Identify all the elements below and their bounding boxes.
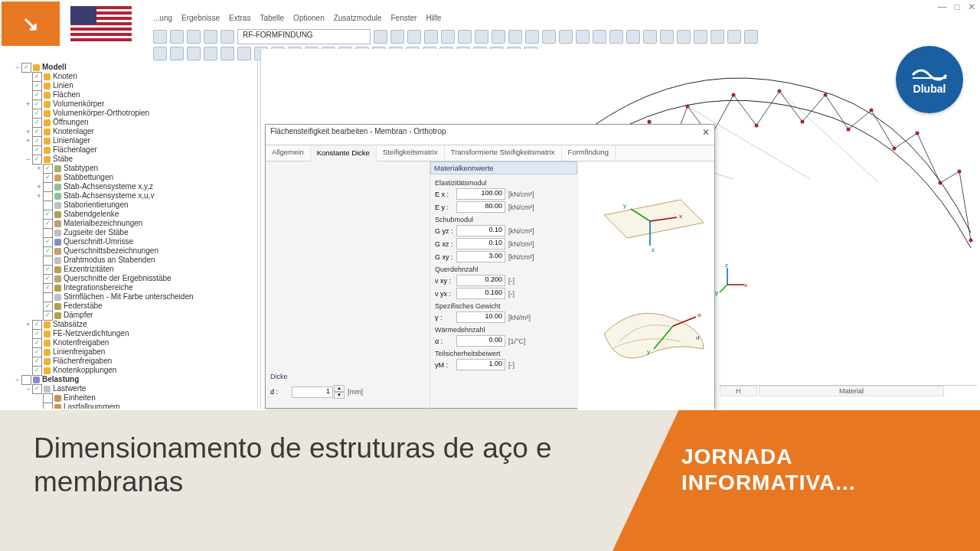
tree-row[interactable]: ✓Querschnitte der Ergebnisstäbe bbox=[6, 274, 256, 283]
toolbar-icon[interactable] bbox=[220, 30, 234, 44]
tree-twisty-icon[interactable]: + bbox=[24, 320, 32, 329]
tree-row[interactable]: ✓FE-Netzverdichtungen bbox=[6, 329, 256, 338]
tree-row[interactable]: ✓Dämpfer bbox=[6, 311, 256, 320]
toolbar-icon[interactable] bbox=[508, 30, 522, 44]
toolbar-icon[interactable] bbox=[744, 30, 758, 44]
toolbar-icon[interactable] bbox=[458, 30, 472, 44]
toolbar-icon[interactable] bbox=[626, 30, 640, 44]
tree-row[interactable]: ✓Flächenfreigaben bbox=[6, 357, 256, 366]
gxy-input[interactable]: 3.00 bbox=[456, 251, 505, 262]
menu-item[interactable]: Extras bbox=[229, 14, 250, 26]
toolbar-icon[interactable] bbox=[390, 30, 404, 44]
tree-row[interactable]: Drahtmodus an Stabenden bbox=[6, 256, 256, 265]
toolbar-icon[interactable] bbox=[559, 30, 573, 44]
toolbar-icon[interactable] bbox=[576, 30, 590, 44]
gamma-input[interactable]: 10.00 bbox=[456, 311, 505, 323]
tab-konstante-dicke[interactable]: Konstante Dicke bbox=[311, 146, 377, 161]
module-selector[interactable]: RF-FORMFINDUNG bbox=[237, 29, 371, 44]
tree-row[interactable]: Staborientierungen bbox=[6, 201, 256, 210]
tree-row[interactable]: −✓Lastwerte bbox=[6, 384, 256, 393]
tab-transformierte-steifigkeitsmatrix[interactable]: Transformierte Steifigkeitsmatrix bbox=[445, 145, 562, 161]
toolbar-icon[interactable] bbox=[237, 47, 251, 60]
tree-twisty-icon[interactable]: + bbox=[35, 191, 43, 201]
tree-checkbox[interactable]: ✓ bbox=[43, 311, 53, 321]
menu-item[interactable]: Fenster bbox=[391, 14, 417, 26]
menu-item[interactable]: Zusatzmodule bbox=[334, 14, 382, 26]
tree-row[interactable]: Zugseite der Stäbe bbox=[6, 228, 256, 237]
toolbar-icon[interactable] bbox=[593, 30, 606, 44]
tree-twisty-icon[interactable]: + bbox=[24, 136, 32, 145]
toolbar-icon[interactable] bbox=[492, 30, 505, 44]
tab-allgemein[interactable]: Allgemein bbox=[266, 145, 311, 161]
toolbar-icon[interactable] bbox=[407, 30, 421, 44]
tree-row[interactable]: −Belastung bbox=[6, 375, 256, 384]
tree-row[interactable]: +Stab-Achsensysteme x,u,v bbox=[6, 191, 256, 201]
toolbar-icon[interactable] bbox=[694, 30, 707, 44]
menu-item[interactable]: Ergebnisse bbox=[181, 14, 220, 26]
toolbar-icon[interactable] bbox=[204, 47, 217, 60]
ex-input[interactable]: 100.00 bbox=[456, 188, 505, 200]
tree-row[interactable]: −✓Stäbe bbox=[6, 155, 256, 164]
tree-row[interactable]: ✓Integrationsbereiche bbox=[6, 283, 256, 292]
tree-row[interactable]: ✓Stabbettungen bbox=[6, 173, 256, 182]
d-input[interactable]: 1 bbox=[292, 386, 333, 398]
tree-row[interactable]: Einheiten bbox=[6, 393, 256, 403]
tab-formfindung[interactable]: Formfindung bbox=[562, 145, 616, 161]
tree-checkbox[interactable]: ✓ bbox=[32, 366, 42, 376]
menu-item[interactable]: Optionen bbox=[293, 14, 325, 26]
tree-row[interactable]: ✓Querschnitt-Umrisse bbox=[6, 237, 256, 246]
toolbar-icon[interactable] bbox=[542, 30, 556, 44]
tree-checkbox[interactable]: ✓ bbox=[32, 384, 42, 394]
tree-twisty-icon[interactable]: + bbox=[35, 182, 43, 191]
vyx-input[interactable]: 0.160 bbox=[456, 288, 505, 299]
col-material[interactable]: Material bbox=[759, 386, 944, 396]
gxz-input[interactable]: 0.10 bbox=[456, 238, 505, 249]
tree-row[interactable]: +Stab-Achsensysteme x,y,z bbox=[6, 182, 256, 191]
gamma-m-input[interactable]: 1.00 bbox=[456, 359, 505, 370]
tree-row[interactable]: ✓Exzentrizitäten bbox=[6, 265, 256, 274]
tree-row[interactable]: ✓Knotenkopplungen bbox=[6, 366, 256, 375]
spinner-up-icon[interactable]: ▲ bbox=[334, 385, 345, 392]
tree-row[interactable]: Lastfallnummern bbox=[6, 403, 256, 409]
tree-row[interactable]: +✓Stabsätze bbox=[6, 320, 256, 329]
tree-row[interactable]: +✓Linienlager bbox=[6, 136, 256, 145]
toolbar-icon[interactable] bbox=[660, 30, 674, 44]
toolbar-icon[interactable] bbox=[153, 47, 167, 60]
tree-checkbox[interactable]: ✓ bbox=[32, 155, 42, 165]
dialog-close-icon[interactable]: ✕ bbox=[702, 127, 710, 142]
toolbar-icon[interactable] bbox=[187, 30, 201, 44]
toolbar-icon[interactable] bbox=[727, 30, 741, 44]
tree-row[interactable]: +✓Stabtypen bbox=[6, 164, 256, 173]
toolbar-icon[interactable] bbox=[643, 30, 657, 44]
toolbar-icon[interactable] bbox=[424, 30, 438, 44]
tree-row[interactable]: ✓Linien bbox=[6, 81, 256, 90]
toolbar-icon[interactable] bbox=[170, 47, 184, 60]
tree-row[interactable]: ✓Knoten bbox=[6, 72, 256, 81]
tree-twisty-icon[interactable]: − bbox=[14, 63, 21, 72]
tree-row[interactable]: ✓Stabendgelenke bbox=[6, 210, 256, 219]
data-table[interactable]: H Material bbox=[720, 385, 977, 409]
toolbar-icon[interactable] bbox=[677, 30, 691, 44]
tree-row[interactable]: ✓Flächenlager bbox=[6, 145, 256, 155]
tree-row[interactable]: ✓Querschnittsbezeichnungen bbox=[6, 246, 256, 256]
tree-checkbox[interactable]: ✓ bbox=[21, 63, 31, 73]
spinner-down-icon[interactable]: ▼ bbox=[334, 392, 345, 399]
gyz-input[interactable]: 0.10 bbox=[456, 225, 505, 236]
vxy-input[interactable]: 0.200 bbox=[456, 275, 505, 286]
tree-row[interactable]: ✓Materialbezeichnungen bbox=[6, 219, 256, 228]
menu-item[interactable]: Hilfe bbox=[426, 14, 441, 26]
us-flag-icon[interactable] bbox=[70, 6, 132, 41]
tree-row[interactable]: +✓Volumenkörper bbox=[6, 99, 256, 109]
tree-row[interactable]: +✓Knotenlager bbox=[6, 127, 256, 136]
tree-row[interactable]: ✓Öffnungen bbox=[6, 118, 256, 127]
tree-twisty-icon[interactable]: − bbox=[14, 375, 21, 384]
tab-steifigkeitsmatrix[interactable]: Steifigkeitsmatrix bbox=[377, 145, 445, 161]
close-button[interactable]: ✕ bbox=[968, 2, 975, 12]
tree-twisty-icon[interactable]: − bbox=[24, 384, 32, 393]
toolbar-icon[interactable] bbox=[170, 30, 184, 44]
menu-item[interactable]: ...ung bbox=[153, 14, 172, 26]
toolbar-icon[interactable] bbox=[475, 30, 488, 44]
tree-row[interactable]: ✓Knotenfreigaben bbox=[6, 338, 256, 347]
toolbar-icon[interactable] bbox=[441, 30, 455, 44]
toolbar-icon[interactable] bbox=[220, 47, 234, 60]
